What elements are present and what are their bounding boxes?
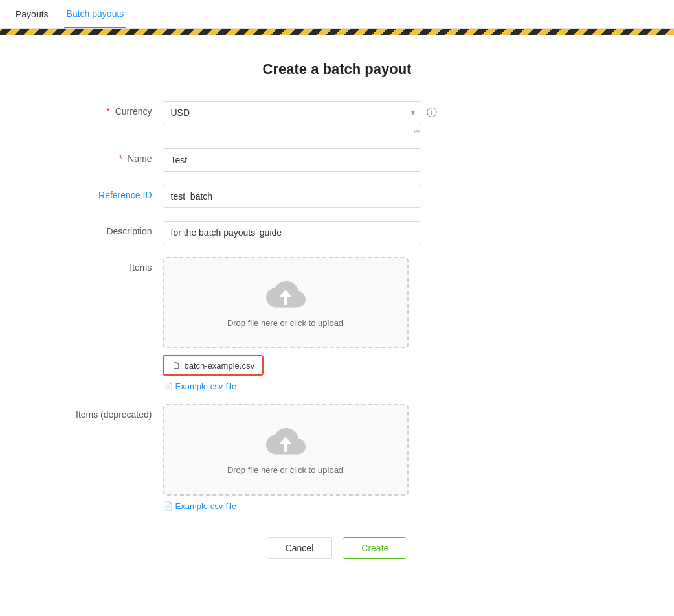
warning-stripe: [0, 29, 674, 35]
info-icon[interactable]: ⓘ: [427, 101, 437, 120]
file-link-row: 🗋 batch-example.csv: [163, 355, 409, 376]
main-content: Create a batch payout * Currency USD EUR…: [0, 35, 674, 616]
page-title: Create a batch payout: [59, 61, 616, 78]
description-label: Description: [59, 221, 163, 236]
currency-select-wrapper: USD EUR GBP CAD AUD ▾: [163, 101, 421, 124]
file-badge[interactable]: 🗋 batch-example.csv: [163, 355, 264, 376]
top-navigation: Payouts Batch payouts: [0, 0, 674, 29]
items-deprecated-upload-area[interactable]: Drop file here or click to upload: [163, 404, 409, 496]
name-input[interactable]: [163, 148, 421, 172]
example-link-row-2: 📄 Example csv-file: [163, 501, 421, 511]
example-csv-link[interactable]: 📄 Example csv-file: [163, 382, 237, 391]
example-link-text-2: Example csv-file: [175, 501, 237, 511]
reference-id-row: Reference ID: [59, 185, 616, 208]
reference-id-label[interactable]: Reference ID: [59, 185, 163, 200]
create-button[interactable]: Create: [343, 537, 407, 559]
items-field: Drop file here or click to upload 🗋 batc…: [163, 257, 421, 391]
description-field: [163, 221, 421, 244]
currency-field: USD EUR GBP CAD AUD ▾ ∞: [163, 101, 421, 135]
file-doc-icon: 🗋: [172, 360, 181, 371]
csv-file-icon: 📄: [163, 382, 173, 391]
name-field: [163, 148, 421, 172]
currency-row: * Currency USD EUR GBP CAD AUD ▾ ∞ ⓘ: [59, 101, 616, 135]
example-csv-link-2[interactable]: 📄 Example csv-file: [163, 501, 237, 511]
description-row: Description: [59, 221, 616, 244]
example-link-text: Example csv-file: [175, 382, 237, 391]
items-upload-text: Drop file here or click to upload: [177, 318, 394, 328]
currency-select[interactable]: USD EUR GBP CAD AUD: [163, 101, 421, 124]
reference-id-field: [163, 185, 421, 208]
nav-payouts[interactable]: Payouts: [13, 1, 51, 27]
items-label: Items: [59, 257, 163, 273]
form-container: Create a batch payout * Currency USD EUR…: [59, 61, 616, 559]
example-link-row: 📄 Example csv-file: [163, 381, 421, 391]
items-upload-area[interactable]: Drop file here or click to upload: [163, 257, 409, 348]
currency-required-star: *: [106, 106, 109, 117]
items-deprecated-row: Items (deprecated) Drop file here or cli…: [59, 404, 616, 511]
button-row: Cancel Create: [59, 537, 616, 559]
cancel-button[interactable]: Cancel: [267, 537, 333, 559]
items-row: Items Drop file here or click to upload …: [59, 257, 616, 391]
upload-cloud-icon-2: [265, 425, 306, 459]
description-input[interactable]: [163, 221, 421, 244]
name-row: * Name: [59, 148, 616, 172]
name-required-star: *: [119, 154, 122, 164]
name-label: * Name: [59, 148, 163, 164]
upload-cloud-icon: [265, 278, 306, 312]
items-deprecated-upload-text: Drop file here or click to upload: [177, 465, 394, 475]
nav-batch-payouts[interactable]: Batch payouts: [64, 1, 127, 28]
items-deprecated-label: Items (deprecated): [59, 404, 163, 420]
infinity-symbol: ∞: [163, 126, 421, 135]
currency-label: * Currency: [59, 101, 163, 117]
csv-file-icon-2: 📄: [163, 501, 173, 511]
file-name: batch-example.csv: [185, 361, 254, 371]
items-deprecated-field: Drop file here or click to upload 📄 Exam…: [163, 404, 421, 511]
reference-id-input[interactable]: [163, 185, 421, 208]
